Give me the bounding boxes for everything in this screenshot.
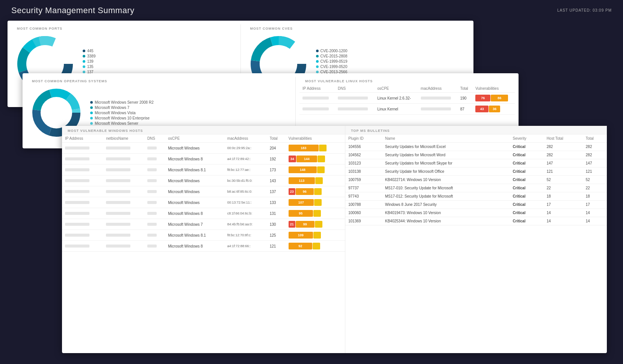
col-vuln: Vulnerabilities (472, 85, 515, 93)
cell-dns (144, 165, 165, 175)
cell-nbios (103, 219, 144, 230)
cell-nbios (103, 230, 144, 241)
cell-vuln: 95 (286, 208, 345, 219)
cell-nbios (103, 175, 144, 186)
cell-mac: f8:bc:12:77:ae:: (224, 165, 267, 175)
cell-dns (335, 93, 374, 104)
vuln-bar-container: 43 36 (475, 106, 512, 112)
cell-mac: 00:13:72:5e:11:: (224, 197, 267, 208)
cell-total: 282 (583, 151, 607, 159)
cell-oscpe: Microsoft Windows 7 (165, 219, 224, 230)
cell-dns (335, 104, 374, 115)
legend-item: 3389 (83, 54, 98, 58)
cell-severity: Critical (510, 168, 544, 176)
vuln-bar-orange: 144 (296, 156, 317, 162)
cell-ip (62, 219, 103, 230)
cell-host-total: 282 (544, 151, 583, 159)
cell-oscpe: Microsoft Windows 8 (165, 208, 224, 219)
vuln-bar-container: 34144 (289, 156, 342, 162)
col-severity: Severity (510, 134, 544, 143)
vuln-bar-orange: 99 (296, 221, 315, 228)
cell-oscpe: Microsoft Windows 8 (165, 154, 224, 165)
cell-plugin-id: 104562 (345, 151, 382, 159)
vuln-bar-container: 2396 (289, 188, 342, 195)
table-row: 100788 Windows 8 June 2017 Security Crit… (345, 201, 607, 209)
vuln-bar-orange: 95 (289, 210, 313, 217)
vuln-bar-yellow (315, 221, 322, 228)
cell-total: 192 (267, 154, 286, 165)
vuln-bar-orange: 109 (289, 232, 313, 239)
cell-oscpe: Microsoft Windows (165, 186, 224, 197)
vuln-bar-red: 21 (289, 221, 295, 228)
cell-name: Security Update for Microsoft Office (382, 168, 510, 176)
cell-total: 173 (267, 165, 286, 175)
cell-severity: Critical (510, 151, 544, 159)
cell-vuln: 183 (286, 143, 345, 154)
col-dns: DNS (144, 134, 165, 143)
cell-name: Security Updates for Microsoft Skype for (382, 159, 510, 168)
cell-severity: Critical (510, 192, 544, 201)
col-ip: IP Address (299, 85, 335, 93)
col-nbios: netbiosName (103, 134, 144, 143)
table-row: 100060 KB4019473: Windows 10 Version Cri… (345, 209, 607, 217)
cell-nbios (103, 197, 144, 208)
vuln-bar-yellow (317, 166, 325, 173)
cell-ip (299, 93, 335, 104)
col-name: Name (382, 134, 510, 143)
cell-name: KB4025344: Windows 10 Version (382, 217, 510, 225)
cell-host-total: 18 (544, 192, 583, 201)
cell-ip (62, 208, 103, 219)
ports-section-label: MOST COMMON PORTS (11, 24, 237, 32)
cell-dns (144, 186, 165, 197)
col-plugin-id: Plugin ID (345, 134, 382, 143)
cell-name: KB4019473: Windows 10 Version (382, 209, 510, 217)
cell-mac: a4:1f:72:88:66:: (224, 241, 267, 252)
cell-vuln: 34144 (286, 154, 345, 165)
cell-total: 147 (583, 159, 607, 168)
cell-mac: a4:1f:72:89:42:: (224, 154, 267, 165)
legend-item: CVE-1999-0520 (316, 65, 348, 69)
col-total: Total (583, 134, 607, 143)
cell-total: 14 (583, 217, 607, 225)
cell-oscpe: Microsoft Windows (165, 143, 224, 154)
table-row: Microsoft Windows bc:30:5b:d1:f5:0: 143 … (62, 175, 345, 186)
col-ip: IP Address (62, 134, 103, 143)
cell-mac: c8:1f:66:04:6c:b: (224, 208, 267, 219)
vuln-bar-container: 148 (289, 166, 342, 173)
cell-dns (144, 175, 165, 186)
vuln-bar-orange: 113 (289, 177, 315, 184)
last-updated: LAST UPDATED: 03:09 PM (557, 8, 612, 12)
cell-oscpe: Linux Kernel (374, 104, 417, 115)
cell-total: 14 (583, 209, 607, 217)
col-vuln: Vulnerabilities (286, 134, 345, 143)
vuln-bar-container: 107 (289, 199, 342, 206)
vuln-bar-container: 183 (289, 145, 342, 151)
vuln-bar-red: 34 (289, 156, 296, 162)
cell-total: 52 (583, 176, 607, 184)
windows-section-label: MOST VULNERABLE WINDOWS HOSTS (62, 126, 345, 134)
cell-ip (62, 175, 103, 186)
table-row: Microsoft Windows 8 a4:1f:72:89:42:: 192… (62, 154, 345, 165)
page-title: Security Management Summary (11, 6, 135, 15)
cell-plugin-id: 97743 (345, 192, 382, 201)
table-row: 100759 KB4022714: Windows 10 Version Cri… (345, 176, 607, 184)
cell-vuln: 109 (286, 230, 345, 241)
cell-vuln: 113 (286, 175, 345, 186)
table-row: 103138 Security Update for Microsoft Off… (345, 168, 607, 176)
cell-mac: 84:4b:f5:b6:aa:0: (224, 219, 267, 230)
cell-host-total: 22 (544, 184, 583, 192)
cell-host-total: 147 (544, 159, 583, 168)
cell-dns (144, 143, 165, 154)
cell-name: KB4022714: Windows 10 Version (382, 176, 510, 184)
card-windows-bulletins: MOST VULNERABLE WINDOWS HOSTS IP Address… (62, 126, 607, 353)
table-row: 97737 MS17-010: Security Update for Micr… (345, 184, 607, 192)
os-section-label: MOST COMMON OPERATING SYSTEMS (26, 76, 292, 85)
cell-severity: Critical (510, 143, 544, 151)
vuln-bar-orange: 107 (289, 199, 314, 206)
cell-plugin-id: 103123 (345, 159, 382, 168)
cell-ip (299, 104, 335, 115)
vuln-bar-yellow (314, 188, 322, 195)
cell-name: Security Updates for Microsoft Word (382, 151, 510, 159)
table-row: 97743 MS17-012: Security Update for Micr… (345, 192, 607, 201)
cell-vuln: 107 (286, 197, 345, 208)
